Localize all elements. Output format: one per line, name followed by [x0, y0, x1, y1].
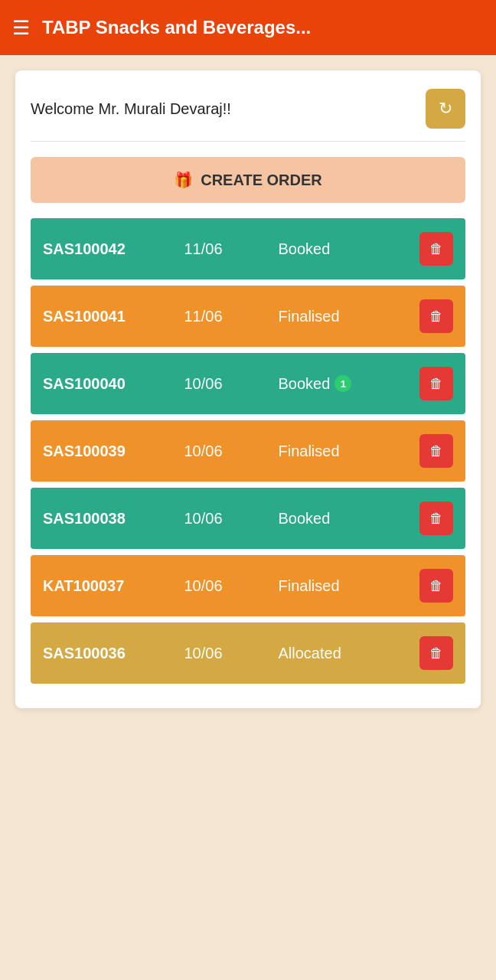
order-row[interactable]: SAS10003810/06Booked [31, 488, 465, 549]
order-date: 10/06 [184, 577, 279, 595]
create-order-button[interactable]: 🎁 CREATE ORDER [31, 157, 465, 203]
order-date: 10/06 [184, 443, 279, 460]
order-status: Finalised [279, 577, 420, 595]
trash-icon [429, 241, 443, 257]
main-card: Welcome Mr. Murali Devaraj!! ↻ 🎁 CREATE … [15, 70, 481, 708]
trash-icon [429, 376, 443, 392]
order-id: KAT100037 [43, 577, 184, 595]
order-id: SAS100040 [43, 375, 184, 393]
app-header: ☰ TABP Snacks and Beverages... [0, 0, 496, 55]
order-row[interactable]: SAS10004010/06Booked1 [31, 353, 465, 414]
gift-icon: 🎁 [174, 171, 193, 189]
order-row[interactable]: SAS10003610/06Allocated [31, 622, 465, 684]
delete-order-button[interactable] [419, 636, 453, 670]
order-row[interactable]: SAS10004211/06Booked [31, 218, 465, 279]
trash-icon [429, 578, 443, 594]
refresh-button[interactable]: ↻ [426, 89, 465, 129]
header-title: TABP Snacks and Beverages... [42, 17, 484, 38]
order-row[interactable]: KAT10003710/06Finalised [31, 555, 465, 616]
delete-order-button[interactable] [419, 299, 453, 333]
order-status: Finalised [279, 308, 420, 325]
delete-order-button[interactable] [419, 434, 453, 468]
welcome-text: Welcome Mr. Murali Devaraj!! [31, 100, 231, 118]
order-list: SAS10004211/06BookedSAS10004111/06Finali… [31, 218, 465, 690]
delete-order-button[interactable] [419, 569, 453, 603]
order-status: Booked [279, 240, 420, 258]
trash-icon [429, 511, 443, 527]
delete-order-button[interactable] [419, 232, 453, 266]
order-id: SAS100039 [43, 443, 184, 460]
order-date: 10/06 [184, 645, 279, 662]
order-id: SAS100041 [43, 308, 184, 325]
order-status: Allocated [279, 645, 420, 662]
notification-badge: 1 [334, 375, 351, 392]
trash-icon [429, 645, 443, 662]
hamburger-menu-icon[interactable]: ☰ [12, 18, 30, 38]
order-status: Booked [279, 510, 420, 528]
delete-order-button[interactable] [419, 501, 453, 535]
refresh-icon: ↻ [439, 99, 452, 119]
trash-icon [429, 443, 443, 459]
order-date: 10/06 [184, 510, 279, 528]
order-id: SAS100042 [43, 240, 184, 258]
order-date: 11/06 [184, 240, 279, 258]
order-status: Booked1 [279, 375, 420, 393]
order-row[interactable]: SAS10003910/06Finalised [31, 420, 465, 482]
welcome-row: Welcome Mr. Murali Devaraj!! ↻ [31, 89, 465, 142]
order-id: SAS100038 [43, 510, 184, 528]
order-date: 11/06 [184, 308, 279, 325]
order-id: SAS100036 [43, 645, 184, 662]
delete-order-button[interactable] [419, 367, 453, 400]
trash-icon [429, 309, 443, 325]
order-date: 10/06 [184, 375, 279, 393]
order-row[interactable]: SAS10004111/06Finalised [31, 286, 465, 347]
order-status: Finalised [279, 443, 420, 460]
create-order-label: CREATE ORDER [201, 172, 322, 189]
